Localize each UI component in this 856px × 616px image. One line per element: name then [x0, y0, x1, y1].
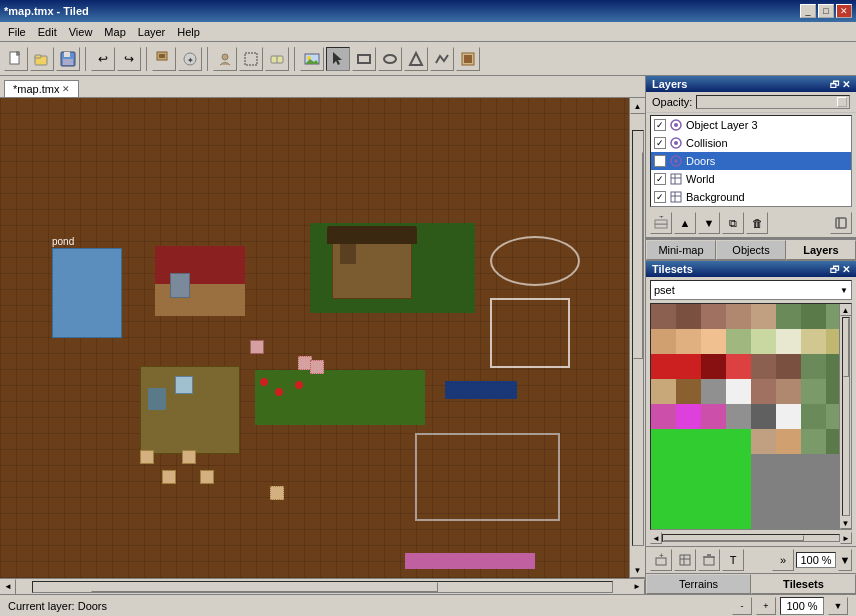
tile-cell[interactable] — [751, 429, 776, 454]
tab-terrains[interactable]: Terrains — [646, 574, 751, 594]
tileset-dropdown[interactable]: pset ▼ — [650, 280, 852, 300]
vscroll-track[interactable] — [632, 130, 644, 546]
add-layer-button[interactable]: + — [650, 212, 672, 234]
tileset-zoom-in-button[interactable]: » — [772, 549, 794, 571]
tileset-edit-button[interactable] — [674, 549, 696, 571]
pointer-tool-button[interactable] — [326, 47, 350, 71]
tile-cell[interactable] — [751, 404, 776, 429]
tile-cell[interactable] — [776, 429, 801, 454]
menu-view[interactable]: View — [63, 24, 99, 40]
tile-cell[interactable] — [676, 404, 701, 429]
tile-cell[interactable] — [801, 329, 826, 354]
vscroll-down[interactable]: ▼ — [630, 562, 646, 578]
tileset-view[interactable]: ▲ ▼ — [650, 303, 852, 530]
tile-cell[interactable] — [701, 354, 726, 379]
tilesets-panel-close[interactable]: ✕ — [842, 264, 850, 275]
delete-layer-button[interactable]: 🗑 — [746, 212, 768, 234]
tile-cell[interactable] — [751, 329, 776, 354]
map-viewport[interactable]: pond — [0, 98, 645, 578]
layer-row-collision[interactable]: ✓ Collision — [651, 134, 851, 152]
layer-row-world[interactable]: ✓ World — [651, 170, 851, 188]
tile-cell[interactable] — [751, 304, 776, 329]
polyline-tool-button[interactable] — [430, 47, 454, 71]
tile-cell[interactable] — [776, 379, 801, 404]
layer-row-doors[interactable]: ✓ Doors — [651, 152, 851, 170]
tile-cell[interactable] — [726, 379, 751, 404]
tab-tilesets[interactable]: Tilesets — [751, 574, 856, 594]
triangle-tool-button[interactable] — [404, 47, 428, 71]
tile-cell[interactable] — [801, 429, 826, 454]
zoom-value[interactable]: 100 % — [780, 597, 824, 615]
tile-cell[interactable] — [701, 304, 726, 329]
tileset-scroll-up[interactable]: ▲ — [840, 304, 852, 316]
save-button[interactable] — [56, 47, 80, 71]
vscroll-thumb[interactable] — [633, 152, 643, 359]
random-mode-button[interactable]: ✦ — [178, 47, 202, 71]
tile-cell[interactable] — [651, 354, 676, 379]
tileset-zoom-value[interactable]: 100 % — [796, 552, 836, 568]
move-layer-down-button[interactable]: ▼ — [698, 212, 720, 234]
layers-panel-restore[interactable]: 🗗 — [830, 79, 840, 90]
tile-cell-wide[interactable] — [651, 429, 751, 529]
tab-layers[interactable]: Layers — [786, 240, 856, 260]
menu-help[interactable]: Help — [171, 24, 206, 40]
layer-visible-collision[interactable]: ✓ — [654, 137, 666, 149]
rect-tool-button[interactable] — [352, 47, 376, 71]
move-layer-up-button[interactable]: ▲ — [674, 212, 696, 234]
opacity-slider[interactable] — [696, 95, 850, 109]
maximize-button[interactable]: □ — [818, 4, 834, 18]
map-hscroll[interactable]: ◄ ► — [0, 578, 645, 594]
tile-cell[interactable] — [801, 404, 826, 429]
tileset-scroll-thumb[interactable] — [843, 318, 849, 377]
layer-row-obj3[interactable]: ✓ Object Layer 3 — [651, 116, 851, 134]
vscroll-up[interactable]: ▲ — [630, 98, 646, 114]
tile-cell[interactable] — [776, 329, 801, 354]
close-button[interactable]: ✕ — [836, 4, 852, 18]
undo-button[interactable]: ↩ — [91, 47, 115, 71]
tab-objects[interactable]: Objects — [716, 240, 786, 260]
hscroll-left[interactable]: ◄ — [0, 579, 16, 595]
tile-cell[interactable] — [651, 379, 676, 404]
tile-cell[interactable] — [676, 329, 701, 354]
zoom-dropdown-button[interactable]: ▼ — [828, 597, 848, 615]
opacity-handle[interactable] — [837, 97, 847, 107]
tile-cell[interactable] — [651, 404, 676, 429]
tile-cell[interactable] — [801, 354, 826, 379]
tileset-delete-button[interactable] — [698, 549, 720, 571]
tab-minimap[interactable]: Mini-map — [646, 240, 716, 260]
open-button[interactable] — [30, 47, 54, 71]
tile-cell[interactable] — [701, 404, 726, 429]
tile-cell[interactable] — [751, 379, 776, 404]
tile-cell[interactable] — [801, 304, 826, 329]
tilesets-panel-restore[interactable]: 🗗 — [830, 264, 840, 275]
tile-cell[interactable] — [751, 354, 776, 379]
tileset-zoom-dropdown[interactable]: ▼ — [838, 549, 852, 571]
tile-cell[interactable] — [701, 379, 726, 404]
layer-row-background[interactable]: ✓ Background — [651, 188, 851, 206]
layer-visible-obj3[interactable]: ✓ — [654, 119, 666, 131]
tile-cell[interactable] — [726, 329, 751, 354]
zoom-out-button[interactable]: - — [732, 597, 752, 615]
tileset-text-button[interactable]: T — [722, 549, 744, 571]
layers-panel-close[interactable]: ✕ — [842, 79, 850, 90]
tile-cell[interactable] — [776, 354, 801, 379]
redo-button[interactable]: ↪ — [117, 47, 141, 71]
tileset-scroll-down[interactable]: ▼ — [840, 517, 852, 529]
image-button[interactable] — [300, 47, 324, 71]
tileset-add-button[interactable]: + — [650, 549, 672, 571]
tile-cell[interactable] — [676, 379, 701, 404]
capture-button[interactable] — [213, 47, 237, 71]
tile-cell[interactable] — [776, 404, 801, 429]
tile-cell[interactable] — [726, 304, 751, 329]
layer-visible-doors[interactable]: ✓ — [654, 155, 666, 167]
layer-visible-background[interactable]: ✓ — [654, 191, 666, 203]
hscroll-right[interactable]: ► — [629, 579, 645, 595]
tileset-scroll-track[interactable] — [842, 317, 850, 516]
menu-edit[interactable]: Edit — [32, 24, 63, 40]
layer-settings-button[interactable] — [830, 212, 852, 234]
select-rect-button[interactable] — [239, 47, 263, 71]
map-vscroll[interactable]: ▲ ▼ — [629, 98, 645, 578]
insert-tile-button[interactable] — [456, 47, 480, 71]
tile-cell[interactable] — [701, 329, 726, 354]
stamp-brush-button[interactable] — [152, 47, 176, 71]
